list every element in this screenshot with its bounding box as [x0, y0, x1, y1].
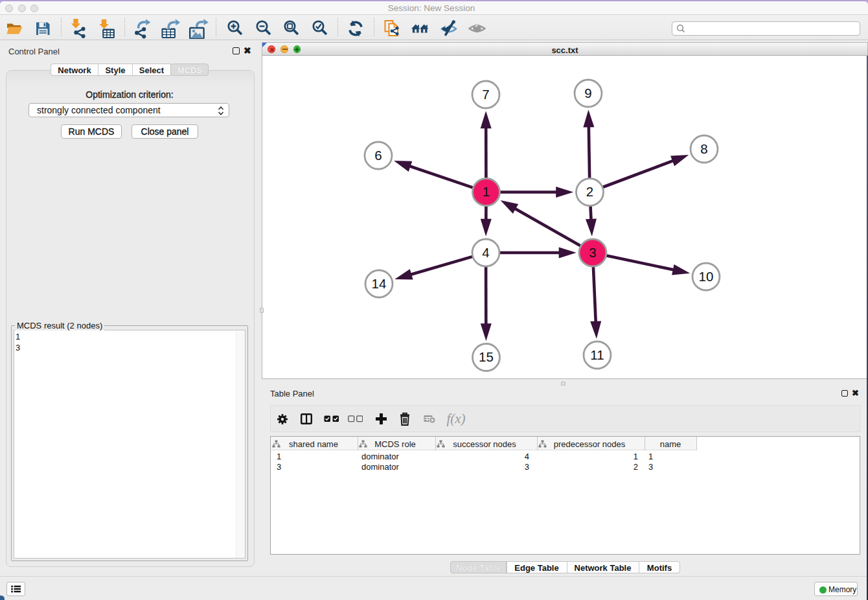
- svg-text:11: 11: [590, 347, 604, 362]
- svg-text:14: 14: [372, 276, 387, 291]
- svg-text:9: 9: [584, 86, 591, 100]
- svg-text:1: 1: [483, 184, 490, 199]
- svg-text:15: 15: [479, 349, 494, 364]
- svg-text:4: 4: [482, 245, 489, 260]
- svg-text:3: 3: [589, 245, 596, 260]
- svg-text:10: 10: [699, 269, 714, 284]
- svg-text:8: 8: [700, 141, 707, 156]
- svg-text:6: 6: [374, 148, 382, 163]
- svg-text:2: 2: [586, 184, 593, 199]
- svg-text:7: 7: [482, 87, 489, 102]
